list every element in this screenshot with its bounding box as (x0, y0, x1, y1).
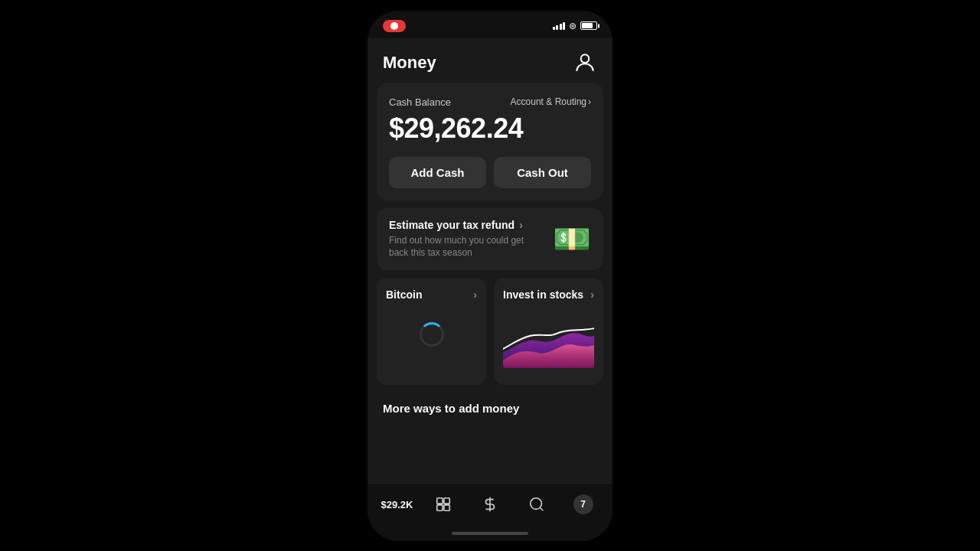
battery-icon (580, 21, 597, 30)
svg-line-7 (540, 507, 543, 510)
stocks-chevron-icon: › (590, 289, 594, 301)
home-icon (435, 496, 452, 513)
record-dot (390, 22, 398, 30)
nav-balance[interactable]: $29.2K (374, 499, 420, 510)
account-routing-text: Account & Routing (511, 96, 586, 107)
tax-chevron-icon: › (519, 219, 523, 231)
signal-icon (553, 22, 566, 30)
add-cash-button[interactable]: Add Cash (389, 157, 486, 188)
dollar-icon (482, 496, 498, 513)
app-content: Money Cash Balance Account & Routing › $… (368, 38, 612, 526)
more-ways-label: More ways to add money (383, 402, 519, 415)
bar4 (563, 22, 565, 30)
balance-amount: $29,262.24 (389, 112, 591, 145)
tax-title: Estimate your tax refund › (389, 219, 553, 231)
action-buttons: Add Cash Cash Out (389, 157, 591, 188)
search-icon (528, 496, 545, 513)
nav-search[interactable] (513, 496, 560, 513)
nav-home[interactable] (420, 496, 467, 513)
svg-point-6 (531, 498, 542, 510)
wifi-icon: ⊛ (569, 21, 577, 31)
bar2 (556, 25, 558, 30)
bitcoin-title: Bitcoin › (386, 289, 477, 301)
svg-rect-1 (437, 498, 443, 504)
main-scroll: Cash Balance Account & Routing › $29,262… (368, 83, 612, 483)
svg-point-0 (581, 54, 590, 63)
money-emoji-icon: 💵 (553, 221, 591, 257)
balance-header: Cash Balance Account & Routing › (389, 96, 591, 108)
investments-row: Bitcoin › Invest in stocks › (377, 278, 603, 385)
nav-balance-text: $29.2K (381, 499, 413, 510)
tax-refund-card[interactable]: Estimate your tax refund › Find out how … (377, 208, 603, 271)
notification-badge: 7 (573, 494, 593, 514)
nav-notifications[interactable]: 7 (560, 494, 606, 514)
profile-icon[interactable] (573, 51, 597, 75)
bar1 (553, 27, 555, 30)
svg-rect-4 (444, 505, 449, 510)
stocks-title: Invest in stocks › (503, 289, 594, 301)
tax-left: Estimate your tax refund › Find out how … (389, 219, 553, 260)
svg-rect-3 (437, 505, 443, 510)
account-routing-link[interactable]: Account & Routing › (511, 96, 591, 107)
stocks-card[interactable]: Invest in stocks › (494, 278, 603, 385)
bar3 (560, 24, 562, 30)
bottom-nav: $29.2K (368, 483, 612, 526)
status-left (383, 20, 406, 32)
cash-out-button[interactable]: Cash Out (494, 157, 591, 188)
page-title: Money (383, 53, 436, 73)
battery-fill (582, 23, 593, 28)
home-indicator (368, 526, 612, 541)
bitcoin-loading-spinner (420, 322, 444, 347)
home-bar (452, 532, 528, 535)
record-button[interactable] (383, 20, 406, 32)
status-right: ⊛ (553, 21, 598, 31)
bitcoin-card[interactable]: Bitcoin › (377, 278, 486, 385)
phone-frame: ⊛ Money Cash Balance Account & Routing (368, 11, 612, 541)
nav-pay[interactable] (467, 496, 514, 513)
status-bar: ⊛ (368, 11, 612, 38)
balance-card: Cash Balance Account & Routing › $29,262… (377, 83, 603, 201)
chevron-right-icon: › (588, 96, 591, 107)
svg-rect-2 (444, 498, 449, 504)
stocks-chart (503, 307, 594, 371)
app-header: Money (368, 38, 612, 83)
tax-subtitle: Find out how much you could get back thi… (389, 234, 527, 260)
bitcoin-chevron-icon: › (473, 289, 477, 301)
more-ways-section: More ways to add money (368, 393, 612, 421)
cash-balance-label: Cash Balance (389, 96, 451, 108)
